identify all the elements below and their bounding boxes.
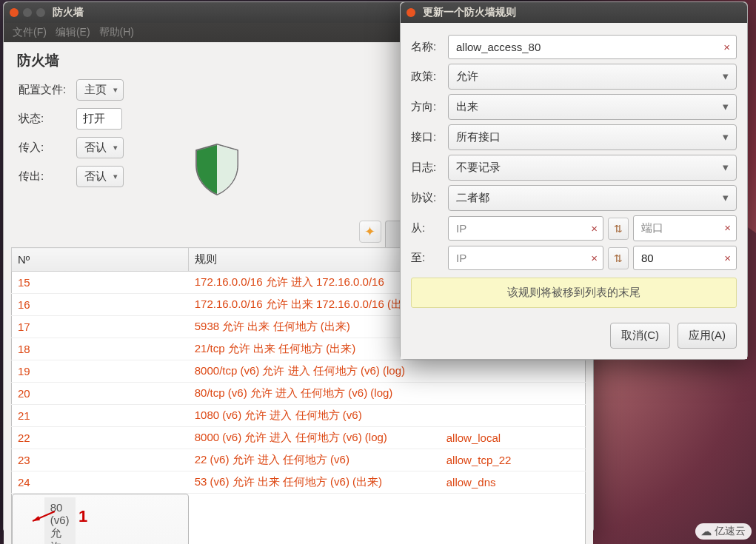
outgoing-select[interactable]: 否认 xyxy=(76,166,124,187)
table-row[interactable]: 211080 (v6) 允许 进入 任何地方 (v6) xyxy=(12,405,586,427)
to-ip-input[interactable]: IP× xyxy=(448,246,603,270)
outgoing-label: 传出: xyxy=(19,169,76,184)
watermark: ☁亿速云 xyxy=(695,523,752,540)
window-title: 防火墙 xyxy=(53,6,84,19)
star-icon[interactable]: ✦ xyxy=(359,221,381,243)
incoming-select[interactable]: 否认 xyxy=(76,137,124,158)
clear-icon[interactable]: × xyxy=(723,41,730,53)
to-port-input[interactable]: 80× xyxy=(633,246,737,270)
log-label: 日志: xyxy=(411,161,448,175)
close-icon[interactable] xyxy=(407,8,415,17)
table-row[interactable]: 2322 (v6) 允许 进入 任何地方 (v6)allow_tcp_22 xyxy=(12,449,586,471)
iface-select[interactable]: 所有接口 xyxy=(448,124,737,150)
clear-icon[interactable]: × xyxy=(724,252,731,264)
policy-select[interactable]: 允许 xyxy=(448,64,737,90)
apply-button[interactable]: 应用(A) xyxy=(678,323,737,349)
cancel-button[interactable]: 取消(C) xyxy=(610,323,670,349)
annotation-1: 1 xyxy=(30,507,87,526)
incoming-label: 传入: xyxy=(19,141,76,155)
direction-select[interactable]: 出来 xyxy=(448,94,737,120)
from-port-input[interactable]: 端口× xyxy=(633,215,737,241)
proto-select[interactable]: 二者都 xyxy=(448,185,737,211)
table-row[interactable]: 228000 (v6) 允许 进入 任何地方 (v6) (log)allow_l… xyxy=(12,427,586,449)
col-no[interactable]: Nº xyxy=(12,248,189,272)
status-field[interactable]: 打开 xyxy=(76,108,122,130)
dialog-title: 更新一个防火墙规则 xyxy=(423,6,516,19)
from-label: 从: xyxy=(411,221,448,235)
clear-icon[interactable]: × xyxy=(724,221,731,234)
iface-label: 接口: xyxy=(411,130,448,144)
log-select[interactable]: 不要记录 xyxy=(448,155,737,181)
name-label: 名称: xyxy=(411,40,448,54)
menu-edit[interactable]: 编辑(E) xyxy=(53,24,93,41)
menu-file[interactable]: 文件(F) xyxy=(10,24,50,41)
notice-text: 该规则将被移到列表的末尾 xyxy=(411,278,737,308)
maximize-icon[interactable] xyxy=(36,8,45,17)
close-icon[interactable] xyxy=(10,8,19,17)
to-label: 至: xyxy=(411,251,448,265)
table-row[interactable]: 198000/tcp (v6) 允许 进入 任何地方 (v6) (log) xyxy=(12,360,586,383)
profile-select[interactable]: 主页 xyxy=(76,79,124,101)
swap-icon[interactable]: ⇅ xyxy=(608,218,629,240)
profile-label: 配置文件: xyxy=(19,83,76,97)
policy-label: 政策: xyxy=(411,70,448,84)
swap-icon[interactable]: ⇅ xyxy=(608,247,629,269)
menu-help[interactable]: 帮助(H) xyxy=(96,24,137,41)
minimize-icon[interactable] xyxy=(23,8,32,17)
shield-icon xyxy=(193,143,241,199)
clear-icon[interactable]: × xyxy=(591,252,598,264)
table-row[interactable]: 2453 (v6) 允许 出来 任何地方 (v6) (出来)allow_dns xyxy=(12,471,586,494)
svg-marker-1 xyxy=(33,516,40,521)
proto-label: 协议: xyxy=(411,191,448,205)
dialog-titlebar[interactable]: 更新一个防火墙规则 xyxy=(401,2,747,23)
clear-icon[interactable]: × xyxy=(591,222,598,235)
name-input[interactable]: allow_access_80× xyxy=(448,35,737,59)
direction-label: 方向: xyxy=(411,100,448,114)
table-row[interactable]: 2080/tcp (v6) 允许 进入 任何地方 (v6) (log) xyxy=(12,383,586,405)
from-ip-input[interactable]: IP× xyxy=(448,216,603,241)
dialog-window: 更新一个防火墙规则 名称: allow_access_80× 政策: 允许 方向… xyxy=(400,1,748,360)
status-label: 状态: xyxy=(19,112,76,126)
